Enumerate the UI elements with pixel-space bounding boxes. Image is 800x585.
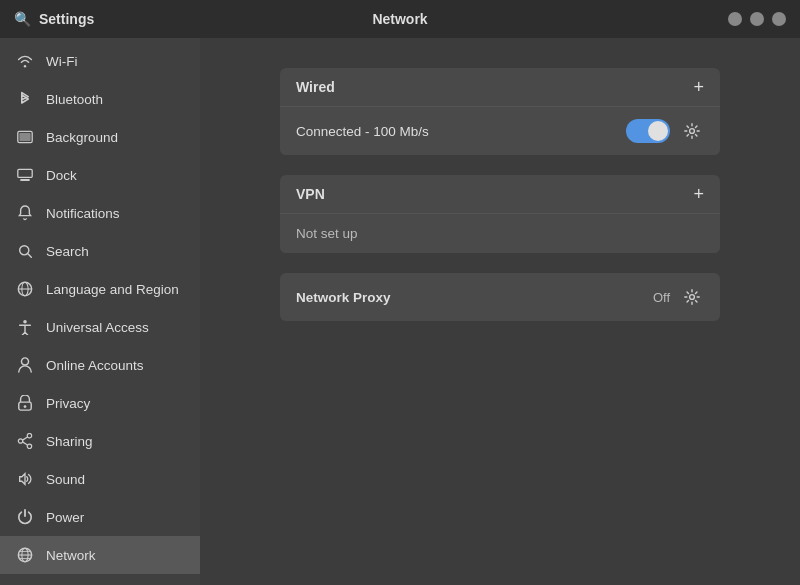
proxy-gear-button[interactable]: [680, 285, 704, 309]
search-sidebar-icon: [16, 242, 34, 260]
sidebar-label-language: Language and Region: [46, 282, 179, 297]
svg-point-13: [27, 444, 31, 448]
wired-section: Wired + Connected - 100 Mb/s: [280, 68, 720, 155]
titlebar: 🔍 Settings Network: [0, 0, 800, 38]
sidebar-label-privacy: Privacy: [46, 396, 90, 411]
sidebar-item-online-accounts[interactable]: Online Accounts: [0, 346, 200, 384]
power-icon: [16, 508, 34, 526]
svg-line-16: [23, 442, 28, 445]
language-icon: [16, 280, 34, 298]
sidebar-item-network[interactable]: Network: [0, 536, 200, 574]
sharing-icon: [16, 432, 34, 450]
svg-point-23: [690, 129, 695, 134]
wifi-icon: [16, 52, 34, 70]
sidebar-label-bluetooth: Bluetooth: [46, 92, 103, 107]
main-layout: Wi-Fi Bluetooth Background: [0, 38, 800, 585]
wired-section-header: Wired +: [280, 68, 720, 106]
window-maximize-btn[interactable]: [772, 12, 786, 26]
search-icon[interactable]: 🔍: [14, 11, 31, 27]
svg-point-14: [18, 439, 22, 443]
proxy-label: Network Proxy: [296, 290, 391, 305]
privacy-icon: [16, 394, 34, 412]
svg-point-11: [24, 405, 27, 408]
sidebar: Wi-Fi Bluetooth Background: [0, 38, 200, 585]
network-icon: [16, 546, 34, 564]
sidebar-label-sharing: Sharing: [46, 434, 93, 449]
notifications-icon: [16, 204, 34, 222]
sidebar-label-background: Background: [46, 130, 118, 145]
sidebar-label-online-accounts: Online Accounts: [46, 358, 144, 373]
proxy-status: Off: [653, 290, 670, 305]
svg-line-15: [23, 437, 28, 440]
svg-line-5: [27, 253, 31, 257]
content-area: Wired + Connected - 100 Mb/s: [200, 38, 800, 585]
window-minimize-btn[interactable]: [750, 12, 764, 26]
sidebar-label-notifications: Notifications: [46, 206, 120, 221]
wired-connection-label: Connected - 100 Mb/s: [296, 124, 429, 139]
sidebar-label-search: Search: [46, 244, 89, 259]
app-title: Settings: [39, 11, 94, 27]
svg-rect-3: [20, 179, 30, 181]
wired-row-right: [626, 119, 704, 143]
sidebar-item-notifications[interactable]: Notifications: [0, 194, 200, 232]
svg-rect-2: [18, 169, 32, 177]
wired-add-button[interactable]: +: [693, 78, 704, 96]
vpn-section: VPN + Not set up: [280, 175, 720, 253]
universal-access-icon: [16, 318, 34, 336]
sidebar-label-wifi: Wi-Fi: [46, 54, 77, 69]
sidebar-item-universal-access[interactable]: Universal Access: [0, 308, 200, 346]
network-proxy-section: Network Proxy Off: [280, 273, 720, 321]
proxy-row: Network Proxy Off: [280, 273, 720, 321]
vpn-add-button[interactable]: +: [693, 185, 704, 203]
sidebar-item-devices[interactable]: Devices ›: [0, 574, 200, 585]
vpn-empty-label: Not set up: [280, 214, 720, 253]
svg-point-24: [690, 295, 695, 300]
background-icon: [16, 128, 34, 146]
sidebar-item-background[interactable]: Background: [0, 118, 200, 156]
sound-icon: [16, 470, 34, 488]
sidebar-item-sharing[interactable]: Sharing: [0, 422, 200, 460]
titlebar-left: 🔍 Settings: [0, 11, 200, 27]
bluetooth-icon: [16, 90, 34, 108]
window-controls: [728, 12, 800, 26]
window-close-btn[interactable]: [728, 12, 742, 26]
page-title: Network: [372, 11, 427, 27]
sidebar-label-power: Power: [46, 510, 84, 525]
sidebar-item-dock[interactable]: Dock: [0, 156, 200, 194]
wired-section-title: Wired: [296, 79, 335, 95]
sidebar-item-language[interactable]: Language and Region: [0, 270, 200, 308]
sidebar-item-bluetooth[interactable]: Bluetooth: [0, 80, 200, 118]
sidebar-item-wifi[interactable]: Wi-Fi: [0, 42, 200, 80]
vpn-section-title: VPN: [296, 186, 325, 202]
wired-toggle-knob: [648, 121, 668, 141]
wired-toggle[interactable]: [626, 119, 670, 143]
sidebar-label-universal-access: Universal Access: [46, 320, 149, 335]
sidebar-label-dock: Dock: [46, 168, 77, 183]
online-accounts-icon: [16, 356, 34, 374]
vpn-section-header: VPN +: [280, 175, 720, 213]
sidebar-label-sound: Sound: [46, 472, 85, 487]
sidebar-item-privacy[interactable]: Privacy: [0, 384, 200, 422]
wired-gear-button[interactable]: [680, 119, 704, 143]
sidebar-item-search[interactable]: Search: [0, 232, 200, 270]
sidebar-item-sound[interactable]: Sound: [0, 460, 200, 498]
dock-icon: [16, 166, 34, 184]
proxy-right: Off: [653, 285, 704, 309]
sidebar-label-network: Network: [46, 548, 96, 563]
svg-point-9: [23, 320, 27, 324]
sidebar-item-power[interactable]: Power: [0, 498, 200, 536]
svg-point-12: [27, 433, 31, 437]
wired-connection-row: Connected - 100 Mb/s: [280, 107, 720, 155]
svg-rect-1: [19, 133, 30, 141]
